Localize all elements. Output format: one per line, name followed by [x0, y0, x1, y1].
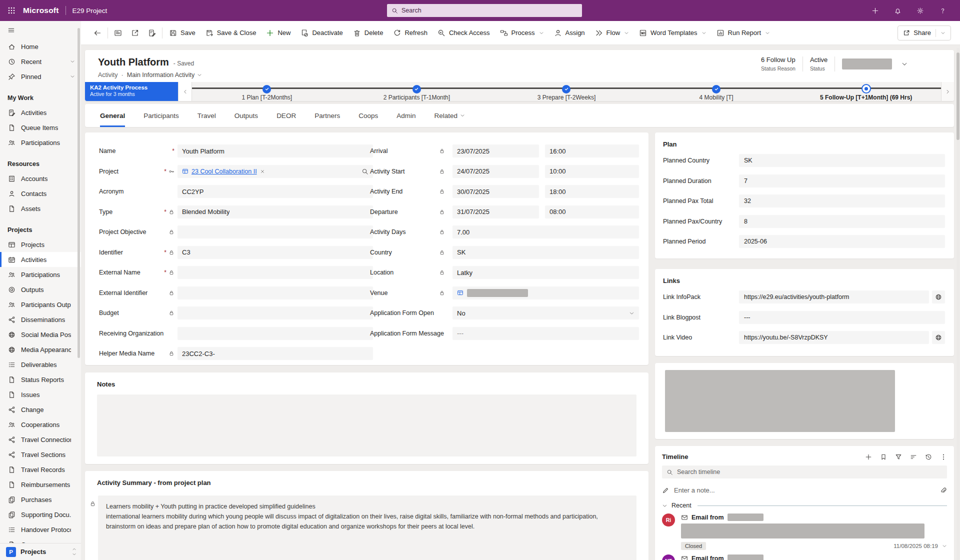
help-button[interactable] [935, 3, 950, 18]
field-input[interactable] [452, 286, 639, 300]
url-input[interactable]: --- [739, 311, 945, 324]
bpf-stage[interactable]: 3 Prepare [T-2Weeks] [492, 82, 642, 101]
command-button[interactable]: Refresh [388, 24, 432, 42]
sidebar-item[interactable]: Recent [0, 54, 81, 69]
time-input[interactable]: 16:00 [545, 144, 639, 158]
sidebar-item[interactable]: Supporting Docu... [0, 507, 81, 522]
text-input[interactable] [178, 286, 373, 300]
lookup-link[interactable]: 23 Cool Collaboration II [192, 168, 257, 175]
quick-create-button[interactable] [868, 3, 882, 18]
command-button[interactable]: Delete [348, 24, 388, 42]
open-link-button[interactable] [932, 290, 945, 304]
text-input[interactable]: 23CC2-C3- [178, 347, 373, 360]
timeline-note-input[interactable]: Enter a note... [662, 484, 947, 496]
timeline-item[interactable]: NT Email from Re: E29 Online Mentorship … [662, 554, 947, 560]
text-input[interactable]: 23 Cool Collaboration II [178, 165, 373, 178]
sidebar-item[interactable]: Travel Connections [0, 432, 81, 447]
sidebar-item[interactable]: Participants Outp... [0, 297, 81, 312]
command-button[interactable]: Save [164, 24, 200, 42]
area-switch-chevrons[interactable] [72, 547, 76, 556]
url-input[interactable]: https://e29.eu/activities/youth-platform [739, 290, 929, 304]
sidebar-item[interactable]: Projects [0, 237, 81, 252]
summary-textarea[interactable]: Learners mobility + Youth putting in pra… [98, 496, 636, 560]
text-input[interactable]: 7 [739, 174, 945, 188]
command-button[interactable]: Flow [590, 24, 634, 42]
sidebar-item[interactable]: Activities [0, 252, 81, 267]
command-button[interactable]: Process [495, 24, 549, 42]
timeline-filter-button[interactable] [895, 454, 902, 460]
time-input[interactable]: 18:00 [545, 185, 639, 198]
timeline-item[interactable]: Ri Email from Closed 11/08/2025 08:19 [662, 514, 947, 550]
sidebar-item[interactable]: Participations [0, 267, 81, 282]
sidebar-item[interactable]: Queue Items [0, 120, 81, 135]
timeline-refresh-button[interactable] [925, 454, 932, 460]
tab[interactable]: Travel [198, 104, 216, 127]
url-input[interactable]: https://youtu.be/-S8VrzpDKSY [739, 331, 929, 344]
bpf-stage[interactable]: 4 Mobility [T] [642, 82, 792, 101]
global-search-input[interactable]: Search [387, 4, 582, 17]
bpf-stage[interactable]: 1 Plan [T-2Months] [192, 82, 342, 101]
chevron-down-icon[interactable] [662, 503, 668, 508]
command-icon-button[interactable] [126, 24, 144, 42]
sidebar-item[interactable]: Outputs [0, 282, 81, 297]
text-input[interactable]: 8 [739, 215, 945, 228]
field-input[interactable]: No [452, 306, 639, 320]
sidebar-item[interactable]: Travel Sections [0, 447, 81, 462]
sidebar-item[interactable]: Travel Records [0, 462, 81, 477]
command-button[interactable]: Deactivate [296, 24, 348, 42]
sidebar-item[interactable]: Accounts [0, 171, 81, 186]
sidebar-item[interactable]: Assets [0, 201, 81, 216]
area-switcher[interactable]: P Projects [0, 543, 81, 560]
sidebar-item[interactable]: Home [0, 39, 81, 54]
text-input[interactable]: SK [739, 154, 945, 167]
open-link-button[interactable] [932, 331, 945, 344]
bpf-next-button[interactable] [941, 82, 954, 101]
sidebar-item[interactable]: Handover Protocols [0, 522, 81, 537]
date-input[interactable]: 31/07/2025 [452, 206, 539, 218]
tab[interactable]: Outputs [234, 104, 258, 127]
app-launcher-button[interactable] [0, 0, 23, 21]
text-input[interactable] [178, 306, 373, 320]
date-input[interactable]: 24/07/2025 [452, 165, 539, 178]
text-input[interactable]: 32 [739, 194, 945, 208]
sidebar-item[interactable]: Social Media Posts [0, 327, 81, 342]
sidebar-item[interactable]: Deliverables [0, 357, 81, 372]
form-selector[interactable]: Main Information Activity [127, 72, 202, 78]
tab[interactable]: DEOR [276, 104, 296, 127]
sidebar-item[interactable]: Disseminations [0, 312, 81, 327]
text-input[interactable]: 2025-06 [739, 235, 945, 248]
sidebar-item[interactable]: Activities [0, 105, 81, 120]
chevron-down-icon[interactable] [70, 74, 75, 79]
back-button[interactable] [89, 24, 106, 42]
sidebar-item[interactable]: Participations [0, 135, 81, 150]
sidebar-item[interactable]: Contacts [0, 186, 81, 201]
notifications-button[interactable] [890, 3, 905, 18]
command-button[interactable]: Run Report [712, 24, 775, 42]
text-input[interactable]: C3 [178, 246, 373, 259]
tab[interactable]: Admin [396, 104, 416, 127]
bpf-stage[interactable]: 2 Participants [T-1Month] [342, 82, 492, 101]
settings-button[interactable] [912, 3, 928, 18]
tab[interactable]: Participants [144, 104, 179, 127]
timeline-bookmark-button[interactable] [880, 454, 887, 460]
sidebar-collapse-button[interactable] [0, 21, 81, 39]
text-input[interactable]: Youth Platform [178, 144, 373, 158]
date-input[interactable]: 23/07/2025 [452, 144, 539, 158]
text-input[interactable]: CC2YP [178, 185, 373, 198]
field-input[interactable]: --- [452, 327, 639, 340]
sidebar-item[interactable]: Status Reports [0, 372, 81, 387]
text-input[interactable] [178, 327, 373, 340]
sidebar-item[interactable]: Issues [0, 387, 81, 402]
text-input[interactable] [178, 226, 373, 238]
sidebar-item[interactable]: Media Appearances [0, 342, 81, 357]
text-input[interactable] [178, 266, 373, 279]
command-button[interactable]: Check Access [432, 24, 495, 42]
time-input[interactable]: 10:00 [545, 165, 639, 178]
command-button[interactable]: Save & Close [200, 24, 262, 42]
sidebar-item[interactable]: Cooperations [0, 417, 81, 432]
sidebar-item[interactable]: Purchases [0, 492, 81, 507]
page-scrollbar-thumb[interactable] [956, 52, 960, 140]
field-input[interactable]: Latky [452, 266, 639, 279]
field-input[interactable]: 7.00 [452, 226, 639, 238]
chevron-down-icon[interactable] [942, 544, 947, 548]
